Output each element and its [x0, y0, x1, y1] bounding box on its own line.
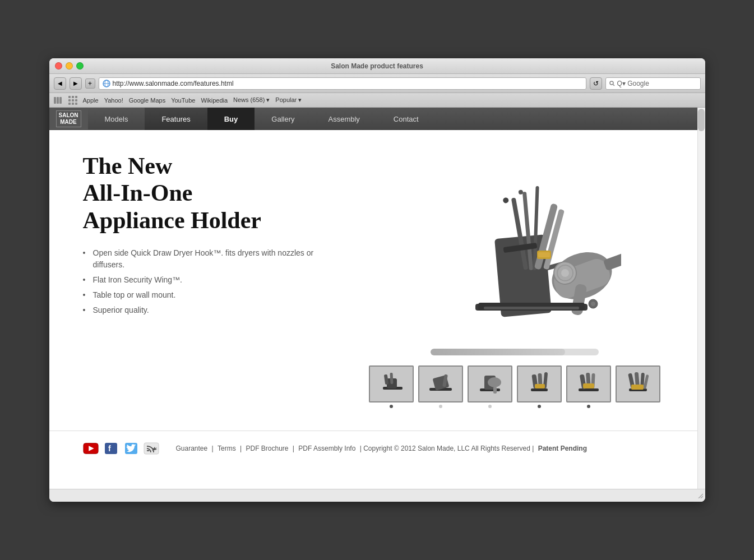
- svg-rect-59: [105, 443, 117, 454]
- feature-item-1: Open side Quick Draw Dryer Hook™. fits d…: [83, 247, 335, 271]
- bookmark-google-maps[interactable]: Google Maps: [129, 97, 165, 104]
- feature-item-4: Superior quality.: [83, 304, 335, 316]
- thumb-wrapper-5: [566, 365, 611, 408]
- logo-text: SALON MADE: [56, 110, 81, 127]
- back-button[interactable]: ◀: [54, 77, 66, 90]
- browser-toolbar: ◀ ▶ + http://www.salonmade.com/features.…: [49, 74, 705, 93]
- close-button[interactable]: [55, 62, 62, 70]
- content-right: [358, 152, 672, 408]
- traffic-lights: [55, 62, 84, 70]
- nav-gallery[interactable]: Gallery: [255, 108, 311, 130]
- thumbnail-3[interactable]: [468, 365, 512, 402]
- nav-models[interactable]: Models: [88, 108, 145, 130]
- svg-line-4: [613, 84, 614, 86]
- facebook-icon[interactable]: f: [103, 442, 119, 455]
- footer-pdf-assembly[interactable]: PDF Assembly Info: [298, 445, 355, 452]
- svg-point-29: [591, 302, 595, 306]
- content-left: The New All-In-One Appliance Holder Open…: [83, 152, 335, 320]
- maximize-button[interactable]: [76, 62, 84, 70]
- thumb-wrapper-2: [418, 365, 463, 408]
- globe-icon: [103, 80, 110, 87]
- svg-rect-33: [390, 373, 393, 384]
- nav-assembly[interactable]: Assembly: [311, 108, 376, 130]
- thumb-wrapper-1: [369, 365, 414, 408]
- url-bar[interactable]: http://www.salonmade.com/features.html: [99, 77, 586, 90]
- feature-list: Open side Quick Draw Dryer Hook™. fits d…: [83, 247, 335, 316]
- refresh-button[interactable]: ↺: [590, 77, 602, 90]
- thumb-wrapper-4: [517, 365, 562, 408]
- footer-links: Guarantee | Terms | PDF Brochure | PDF A…: [174, 445, 589, 452]
- svg-rect-27: [484, 307, 579, 309]
- minimize-button[interactable]: [66, 62, 73, 70]
- title-bar: Salon Made product features: [49, 58, 705, 74]
- bookmark-wikipedia[interactable]: Wikipedia: [201, 97, 228, 104]
- svg-rect-24: [538, 252, 550, 257]
- product-image: [408, 152, 621, 343]
- search-icon: [609, 81, 615, 86]
- footer-terms[interactable]: Terms: [218, 445, 236, 452]
- svg-text:f: f: [108, 444, 111, 453]
- thumbnail-6[interactable]: [616, 365, 660, 402]
- nav-contact[interactable]: Contact: [377, 108, 436, 130]
- bookmark-news[interactable]: News (658) ▾: [233, 96, 270, 104]
- nav-items: Models Features Buy Gallery Assembly Con…: [88, 108, 705, 130]
- main-content: The New All-In-One Appliance Holder Open…: [49, 130, 705, 431]
- bookmark-youtube[interactable]: YouTube: [171, 97, 195, 104]
- feature-item-2: Flat Iron Security Wing™.: [83, 274, 335, 286]
- thumbnail-2[interactable]: [418, 365, 463, 402]
- svg-rect-46: [579, 388, 599, 391]
- svg-rect-41: [531, 388, 548, 391]
- svg-rect-32: [383, 374, 388, 385]
- scrollbar[interactable]: [697, 108, 705, 489]
- twitter-icon[interactable]: [123, 442, 139, 455]
- svg-point-39: [488, 377, 501, 387]
- resize-grip-bar: [49, 489, 705, 502]
- new-tab-button[interactable]: +: [85, 78, 95, 89]
- svg-rect-56: [631, 385, 644, 390]
- footer-copyright: Copyright © 2012 Salon Made, LLC All Rig…: [363, 445, 530, 452]
- thumbnail-4[interactable]: [517, 365, 562, 402]
- footer-guarantee[interactable]: Guarantee: [176, 445, 208, 452]
- svg-rect-40: [493, 387, 497, 394]
- svg-point-20: [518, 189, 523, 195]
- svg-line-64: [701, 496, 703, 498]
- bookmark-yahoo[interactable]: Yahoo!: [104, 97, 123, 104]
- svg-point-19: [502, 197, 509, 204]
- forward-button[interactable]: ▶: [70, 77, 82, 90]
- thumb-wrapper-6: [616, 365, 660, 408]
- bookmarks-bar: Apple Yahoo! Google Maps YouTube Wikiped…: [49, 93, 705, 108]
- search-placeholder: Q▾ Google: [617, 80, 649, 87]
- feature-item-3: Table top or wall mount.: [83, 289, 335, 301]
- search-bar[interactable]: Q▾ Google: [605, 77, 701, 90]
- svg-line-63: [699, 494, 703, 498]
- resize-grip-icon: [696, 492, 703, 498]
- bookmarks-list-icon: [54, 97, 63, 104]
- footer-patent[interactable]: Patent Pending: [538, 445, 587, 452]
- svg-point-15: [561, 269, 569, 277]
- thumbnail-1[interactable]: [369, 365, 414, 402]
- site-navigation: SALON MADE Models Features Buy Gallery A…: [49, 108, 705, 130]
- youtube-icon[interactable]: [83, 442, 99, 455]
- svg-point-3: [610, 81, 613, 85]
- svg-rect-50: [583, 383, 594, 388]
- page-content: SALON MADE Models Features Buy Gallery A…: [49, 108, 705, 489]
- page-title: Salon Made product features: [331, 62, 423, 70]
- nav-buy[interactable]: Buy: [207, 108, 255, 130]
- bookmark-apple[interactable]: Apple: [83, 97, 99, 104]
- apps-grid-icon: [68, 96, 77, 105]
- logo[interactable]: SALON MADE: [49, 108, 88, 129]
- social-icons: f: [83, 442, 159, 455]
- footer-pdf-brochure[interactable]: PDF Brochure: [246, 445, 288, 452]
- bookmark-popular[interactable]: Popular ▾: [275, 96, 302, 104]
- scroll-thumb[interactable]: [698, 109, 705, 131]
- nav-features[interactable]: Features: [145, 108, 207, 130]
- image-slider[interactable]: [431, 349, 599, 355]
- browser-window: Salon Made product features ◀ ▶ + http:/…: [49, 58, 705, 502]
- main-heading: The New All-In-One Appliance Holder: [83, 152, 335, 234]
- site-footer: f: [49, 431, 705, 466]
- url-text: http://www.salonmade.com/features.html: [113, 80, 234, 87]
- svg-rect-45: [535, 384, 545, 388]
- thumbnail-5[interactable]: [566, 365, 611, 402]
- thumb-wrapper-3: [468, 365, 512, 408]
- rss-icon[interactable]: [144, 442, 159, 455]
